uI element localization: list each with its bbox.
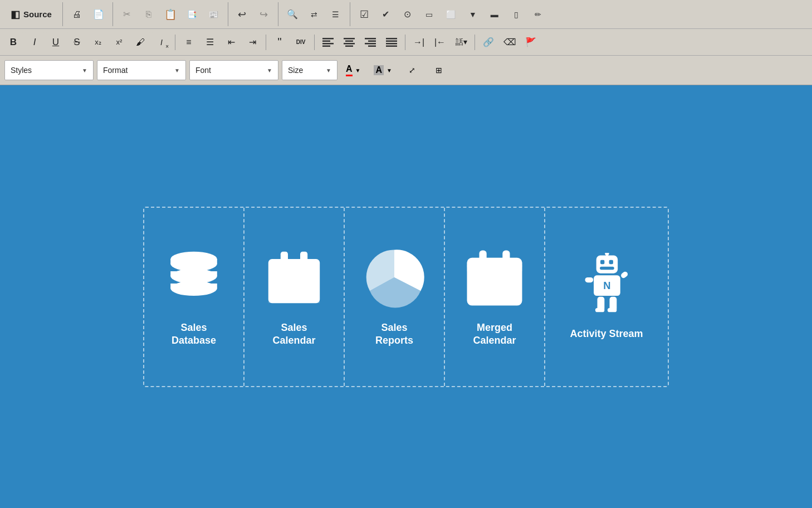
card-activity-stream[interactable]: N Activity Stream xyxy=(545,208,668,386)
anchor-button[interactable]: 🚩 xyxy=(521,32,541,52)
record-button[interactable]: ⊙ xyxy=(397,4,418,25)
underline-button[interactable]: U xyxy=(46,32,66,52)
bar1-button[interactable]: ▬ xyxy=(484,4,505,25)
superscript-button[interactable]: x² xyxy=(109,32,129,52)
language-button[interactable]: 話▾ xyxy=(451,32,471,52)
svg-rect-26 xyxy=(300,251,307,266)
size-label: Size xyxy=(288,66,303,75)
source-button[interactable]: ◧ Source xyxy=(3,4,59,25)
find-button[interactable]: 🔍 xyxy=(282,4,303,25)
size-dropdown[interactable]: Size ▼ xyxy=(282,60,337,80)
font-color-arrow-icon: ▼ xyxy=(355,67,361,74)
divider4 xyxy=(405,35,405,50)
divider2 xyxy=(266,35,266,50)
svg-rect-14 xyxy=(386,43,397,45)
unlink-button[interactable]: ⌫ xyxy=(500,32,520,52)
link-button[interactable]: 🔗 xyxy=(478,32,498,52)
strikethrough-button[interactable]: S xyxy=(67,32,87,52)
font-color-button[interactable]: A ▼ xyxy=(341,60,365,80)
clear-format-button[interactable]: I× xyxy=(151,32,172,52)
format-dropdown[interactable]: Format ▼ xyxy=(97,60,186,80)
font-color-a-label: A xyxy=(346,64,353,76)
paste-text-button[interactable]: 📑 xyxy=(182,4,203,25)
font-label: Font xyxy=(195,66,211,75)
svg-rect-5 xyxy=(345,40,353,42)
bar2-button[interactable]: ▯ xyxy=(506,4,527,25)
ltr-button[interactable]: →| xyxy=(409,32,429,52)
paste-from-word-button[interactable]: 📰 xyxy=(203,4,224,25)
cards-container: SalesDatabase SalesCalendar xyxy=(143,207,669,387)
ordered-list-button[interactable]: ≡ xyxy=(179,32,199,52)
blockquote-button[interactable]: " xyxy=(270,32,290,52)
select-all-button[interactable]: ☰ xyxy=(325,4,346,25)
undo-button[interactable]: ↩ xyxy=(232,4,253,25)
redo-button[interactable]: ↪ xyxy=(253,4,275,25)
align-right-button[interactable] xyxy=(360,32,380,52)
print-button[interactable]: 🖨 xyxy=(66,4,87,25)
sales-reports-icon xyxy=(364,247,425,308)
size-arrow-icon: ▼ xyxy=(326,67,331,74)
svg-rect-41 xyxy=(515,286,520,292)
edit-icon-button[interactable]: ✏ xyxy=(527,4,549,25)
copy-button[interactable]: ⎘ xyxy=(138,4,159,25)
div-button[interactable]: DIV xyxy=(291,32,311,52)
svg-rect-4 xyxy=(344,38,355,40)
svg-rect-58 xyxy=(608,308,617,312)
svg-point-50 xyxy=(605,253,609,256)
file-group: 🖨 📄 xyxy=(66,2,113,26)
svg-rect-35 xyxy=(505,277,512,284)
card-sales-database[interactable]: SalesDatabase xyxy=(144,208,244,386)
svg-rect-44 xyxy=(494,296,501,302)
italic-button[interactable]: I xyxy=(25,32,45,52)
card-sales-calendar[interactable]: SalesCalendar xyxy=(244,208,345,386)
select-content-button[interactable]: ⊞ xyxy=(427,60,451,80)
align-center-button[interactable] xyxy=(339,32,359,52)
check-button[interactable]: ✔ xyxy=(375,4,397,25)
toolbar-row3: Styles ▼ Format ▼ Font ▼ Size ▼ A ▼ A ▼ … xyxy=(0,56,812,85)
bold-button[interactable]: B xyxy=(3,32,23,52)
svg-rect-53 xyxy=(585,277,594,282)
styles-arrow-icon: ▼ xyxy=(82,67,87,74)
svg-rect-12 xyxy=(386,38,397,40)
replace-button[interactable]: ⇄ xyxy=(304,4,325,25)
card-sales-reports[interactable]: SalesReports xyxy=(345,208,445,386)
frame2-button[interactable]: ⬜ xyxy=(441,4,462,25)
align-left-button[interactable] xyxy=(318,32,338,52)
svg-rect-43 xyxy=(483,296,491,302)
svg-rect-42 xyxy=(473,296,481,302)
new-doc-button[interactable]: 📄 xyxy=(88,4,109,25)
highlight-button[interactable]: 🖌 xyxy=(130,32,150,52)
cut-button[interactable]: ✂ xyxy=(116,4,138,25)
dropdown1-button[interactable]: ▼ xyxy=(462,4,483,25)
history-group: ↩ ↪ xyxy=(232,2,278,26)
font-arrow-icon: ▼ xyxy=(267,67,272,74)
outdent-button[interactable]: ⇤ xyxy=(221,32,241,52)
source-label: Source xyxy=(23,9,52,19)
paste-button[interactable]: 📋 xyxy=(160,4,181,25)
sales-reports-label: SalesReports xyxy=(375,321,413,348)
bg-color-arrow-icon: ▼ xyxy=(387,67,392,74)
svg-rect-34 xyxy=(494,277,501,284)
styles-dropdown[interactable]: Styles ▼ xyxy=(4,60,94,80)
align-justify-button[interactable] xyxy=(381,32,402,52)
font-dropdown[interactable]: Font ▼ xyxy=(189,60,278,80)
sales-calendar-label: SalesCalendar xyxy=(272,321,315,348)
svg-rect-7 xyxy=(345,45,353,47)
spell-check-button[interactable]: ☑ xyxy=(354,4,375,25)
svg-rect-8 xyxy=(365,38,376,40)
svg-rect-40 xyxy=(505,286,512,292)
indent-button[interactable]: ⇥ xyxy=(242,32,262,52)
svg-rect-36 xyxy=(515,277,520,284)
rtl-button[interactable]: |← xyxy=(430,32,450,52)
subscript-button[interactable]: x₂ xyxy=(88,32,108,52)
svg-rect-9 xyxy=(368,40,376,42)
search-group: 🔍 ⇄ ☰ xyxy=(282,2,350,26)
svg-rect-0 xyxy=(322,38,334,40)
frame-button[interactable]: ▭ xyxy=(419,4,440,25)
unordered-list-button[interactable]: ☰ xyxy=(200,32,220,52)
card-merged-calendar[interactable]: MergedCalendar xyxy=(445,208,545,386)
bg-color-button[interactable]: A ▼ xyxy=(369,60,397,80)
sales-calendar-icon xyxy=(263,247,325,308)
expand-button[interactable]: ⤢ xyxy=(400,60,424,80)
sales-database-icon xyxy=(163,247,224,308)
